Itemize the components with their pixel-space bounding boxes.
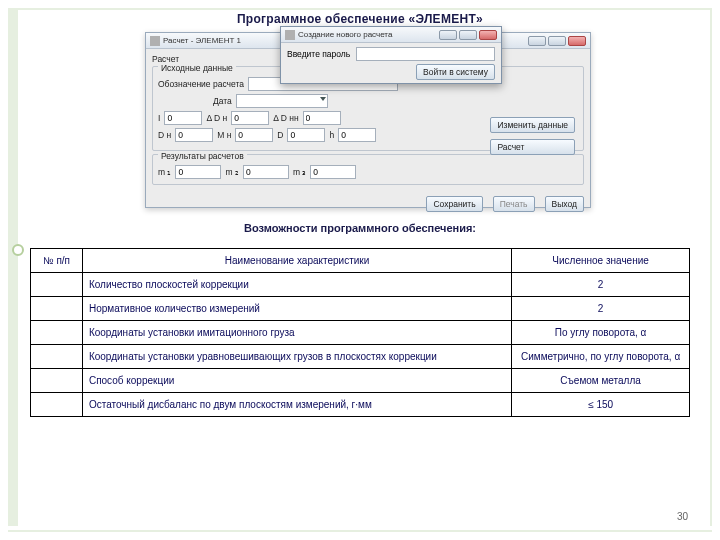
label-I: I bbox=[158, 113, 160, 123]
login-title: Создание нового расчета bbox=[298, 30, 392, 39]
label-Dn: D н bbox=[158, 130, 171, 140]
table-row: Способ коррекцииСъемом металла bbox=[31, 369, 690, 393]
maximize-icon[interactable] bbox=[459, 30, 477, 40]
cell-val: 2 bbox=[512, 273, 690, 297]
maximize-icon[interactable] bbox=[548, 36, 566, 46]
cell-val: 2 bbox=[512, 297, 690, 321]
minimize-icon[interactable] bbox=[528, 36, 546, 46]
label-desc: Обозначение расчета bbox=[158, 79, 244, 89]
dialog-icon bbox=[285, 30, 295, 40]
login-button[interactable]: Войти в систему bbox=[416, 64, 495, 80]
cell-name: Нормативное количество измерений bbox=[82, 297, 511, 321]
cell-name: Остаточный дисбаланс по двум плоскостям … bbox=[82, 393, 511, 417]
cell-num bbox=[31, 393, 83, 417]
input-I[interactable] bbox=[164, 111, 202, 125]
cell-name: Координаты установки уравновешивающих гр… bbox=[82, 345, 511, 369]
cell-num bbox=[31, 297, 83, 321]
cell-val: По углу поворота, α bbox=[512, 321, 690, 345]
footer-buttons: Сохранить Печать Выход bbox=[146, 192, 590, 214]
calc-button[interactable]: Расчет bbox=[490, 139, 575, 155]
app-title: Расчет - ЭЛЕМЕНТ 1 bbox=[163, 36, 241, 45]
group-results: Результаты расчетов m ₁ m ₂ m ₃ bbox=[152, 154, 584, 185]
input-dDn[interactable] bbox=[231, 111, 269, 125]
input-h[interactable] bbox=[338, 128, 376, 142]
decor-right bbox=[710, 8, 712, 526]
table-row: Количество плоскостей коррекции2 bbox=[31, 273, 690, 297]
input-dDnn[interactable] bbox=[303, 111, 341, 125]
cell-num bbox=[31, 345, 83, 369]
section-subtitle: Возможности программного обеспечения: bbox=[0, 222, 720, 234]
label-m3: m ₃ bbox=[293, 167, 306, 177]
cell-num bbox=[31, 321, 83, 345]
label-dDnn: Δ D нн bbox=[273, 113, 298, 123]
cell-name: Количество плоскостей коррекции bbox=[82, 273, 511, 297]
input-m3[interactable] bbox=[310, 165, 356, 179]
table-row: Остаточный дисбаланс по двум плоскостям … bbox=[31, 393, 690, 417]
label-dDn: Δ D н bbox=[206, 113, 227, 123]
bullet-icon bbox=[12, 244, 24, 256]
group-results-legend: Результаты расчетов bbox=[158, 151, 247, 161]
password-label: Введите пароль bbox=[287, 49, 350, 59]
cell-num bbox=[31, 273, 83, 297]
input-m1[interactable] bbox=[175, 165, 221, 179]
label-Mn: M н bbox=[217, 130, 231, 140]
table-row: Координаты установки уравновешивающих гр… bbox=[31, 345, 690, 369]
change-data-button[interactable]: Изменить данные bbox=[490, 117, 575, 133]
input-D[interactable] bbox=[287, 128, 325, 142]
label-m2: m ₂ bbox=[225, 167, 238, 177]
label-date: Дата bbox=[213, 96, 232, 106]
page-number: 30 bbox=[677, 511, 688, 522]
cell-val: ≤ 150 bbox=[512, 393, 690, 417]
cell-num bbox=[31, 369, 83, 393]
minimize-icon[interactable] bbox=[439, 30, 457, 40]
label-m1: m ₁ bbox=[158, 167, 171, 177]
label-D: D bbox=[277, 130, 283, 140]
app-icon bbox=[150, 36, 160, 46]
col-val: Численное значение bbox=[512, 249, 690, 273]
col-num: № п/п bbox=[31, 249, 83, 273]
table-row: Нормативное количество измерений2 bbox=[31, 297, 690, 321]
decor-top bbox=[8, 8, 712, 10]
label-h: h bbox=[329, 130, 334, 140]
decor-bottom bbox=[8, 530, 712, 532]
save-button[interactable]: Сохранить bbox=[426, 196, 482, 212]
col-name: Наименование характеристики bbox=[82, 249, 511, 273]
cell-val: Съемом металла bbox=[512, 369, 690, 393]
login-titlebar[interactable]: Создание нового расчета bbox=[281, 27, 501, 43]
date-input[interactable] bbox=[236, 94, 328, 108]
capabilities-table: № п/п Наименование характеристики Числен… bbox=[30, 248, 690, 417]
print-button[interactable]: Печать bbox=[493, 196, 535, 212]
cell-name: Способ коррекции bbox=[82, 369, 511, 393]
decor-left bbox=[8, 8, 18, 526]
page-title: Программное обеспечение «ЭЛЕМЕНТ» bbox=[0, 12, 720, 26]
input-Dn[interactable] bbox=[175, 128, 213, 142]
input-Mn[interactable] bbox=[235, 128, 273, 142]
input-m2[interactable] bbox=[243, 165, 289, 179]
table-row: Координаты установки имитационного груза… bbox=[31, 321, 690, 345]
cell-val: Симметрично, по углу поворота, α bbox=[512, 345, 690, 369]
group-input-legend: Исходные данные bbox=[158, 63, 236, 73]
close-icon[interactable] bbox=[568, 36, 586, 46]
login-dialog: Создание нового расчета Введите пароль В… bbox=[280, 26, 502, 84]
exit-button[interactable]: Выход bbox=[545, 196, 584, 212]
password-input[interactable] bbox=[356, 47, 495, 61]
cell-name: Координаты установки имитационного груза bbox=[82, 321, 511, 345]
close-icon[interactable] bbox=[479, 30, 497, 40]
